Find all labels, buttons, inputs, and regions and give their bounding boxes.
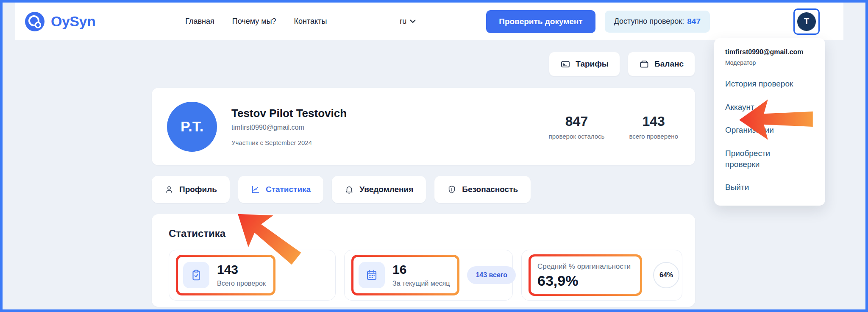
profile-name: Testov Pilot Testovich xyxy=(231,107,347,120)
profile-info: Testov Pilot Testovich timfirst0990@gmai… xyxy=(231,107,347,146)
available-checks-label: Доступно проверок: xyxy=(614,17,684,26)
main-nav: Главная Почему мы? Контакты xyxy=(185,17,327,26)
total-checked-label: всего проверено xyxy=(629,133,678,140)
menu-item-account[interactable]: Аккаунт xyxy=(725,102,814,113)
avatar: T xyxy=(797,12,816,31)
dropdown-email: timfirst0990@gmail.com xyxy=(725,48,814,56)
total-checks-card: 143 Всего проверок xyxy=(169,250,336,301)
checks-remaining-label: проверок осталось xyxy=(549,133,605,140)
tab-statistics-label: Статистика xyxy=(266,185,311,194)
nav-item-why-us[interactable]: Почему мы? xyxy=(232,17,276,26)
balance-label: Баланс xyxy=(654,59,684,69)
user-icon xyxy=(164,185,174,194)
tab-notifications[interactable]: Уведомления xyxy=(332,176,426,203)
profile-member-since: Участник с September 2024 xyxy=(231,139,347,146)
total-checks-value: 143 xyxy=(217,263,266,276)
tab-profile-label: Профиль xyxy=(179,185,217,194)
balance-button[interactable]: Баланс xyxy=(628,52,695,76)
user-avatar-button[interactable]: T xyxy=(793,8,820,35)
tariffs-button[interactable]: Тарифы xyxy=(549,52,620,76)
logo-text: OySyn xyxy=(51,13,95,30)
profile-stats: 847 проверок осталось 143 всего проверен… xyxy=(549,114,678,140)
highlight-box-current-month: 16 За текущий месяц xyxy=(351,255,459,295)
clipboard-check-icon xyxy=(183,262,209,288)
tariffs-label: Тарифы xyxy=(576,59,609,69)
language-selector[interactable]: ru xyxy=(400,17,416,26)
current-month-card: 16 За текущий месяц 143 всего xyxy=(344,250,513,301)
originality-card: Средний % оригинальности 63,9% 64% xyxy=(521,250,682,301)
language-value: ru xyxy=(400,17,406,26)
logo-icon xyxy=(25,11,45,32)
chart-line-icon xyxy=(251,185,260,194)
nav-item-home[interactable]: Главная xyxy=(185,17,214,26)
profile-email: timfirst0990@gmail.com xyxy=(231,124,347,131)
originality-label: Средний % оригинальности xyxy=(537,262,631,271)
originality-ring: 64% xyxy=(653,262,679,288)
check-document-button[interactable]: Проверить документ xyxy=(486,10,595,33)
calendar-icon xyxy=(359,262,385,288)
logo[interactable]: OySyn xyxy=(25,11,95,32)
available-checks-badge: Доступно проверок: 847 xyxy=(605,11,710,33)
menu-item-logout[interactable]: Выйти xyxy=(725,182,814,193)
menu-item-buy-checks[interactable]: Приобрести проверки xyxy=(725,148,793,170)
tab-profile[interactable]: Профиль xyxy=(152,176,230,203)
wallet-icon xyxy=(639,59,649,69)
shield-icon xyxy=(447,185,456,194)
current-month-value: 16 xyxy=(392,263,450,276)
current-month-label: За текущий месяц xyxy=(392,280,450,287)
quick-actions-row: Тарифы Баланс xyxy=(152,52,695,76)
checks-remaining-stat: 847 проверок осталось xyxy=(549,114,605,140)
menu-item-history[interactable]: История проверок xyxy=(725,78,814,89)
highlight-box-total-checks: 143 Всего проверок xyxy=(176,255,275,295)
checks-remaining-value: 847 xyxy=(565,114,588,129)
statistics-cards: 143 Всего проверок xyxy=(169,250,682,301)
tariffs-icon xyxy=(560,59,570,69)
account-dropdown: timfirst0990@gmail.com Модератор История… xyxy=(714,38,825,206)
bell-icon xyxy=(345,185,354,194)
top-navbar: OySyn Главная Почему мы? Контакты ru Про… xyxy=(15,3,843,40)
highlight-box-originality: Средний % оригинальности 63,9% xyxy=(529,254,642,296)
originality-value: 63,9% xyxy=(537,273,631,288)
tab-statistics[interactable]: Статистика xyxy=(238,176,323,203)
profile-avatar: P.T. xyxy=(167,102,217,152)
profile-tabs: Профиль Статистика Уведомления xyxy=(152,176,531,203)
app-window: OySyn Главная Почему мы? Контакты ru Про… xyxy=(0,0,868,312)
total-checks-label: Всего проверок xyxy=(217,280,266,287)
nav-item-contacts[interactable]: Контакты xyxy=(294,17,327,26)
total-badge: 143 всего xyxy=(467,266,516,284)
dropdown-role: Модератор xyxy=(725,59,814,66)
profile-card: P.T. Testov Pilot Testovich timfirst0990… xyxy=(152,88,695,165)
tab-security[interactable]: Безопасность xyxy=(434,176,531,203)
statistics-title: Статистика xyxy=(169,228,682,240)
total-checked-stat: 143 всего проверено xyxy=(629,114,678,140)
menu-item-organizations[interactable]: Организации xyxy=(725,125,814,136)
chevron-down-icon xyxy=(410,20,416,23)
available-checks-count: 847 xyxy=(687,17,701,26)
statistics-section: Статистика 143 Всег xyxy=(152,214,695,307)
tab-security-label: Безопасность xyxy=(462,185,518,194)
total-checked-value: 143 xyxy=(643,114,665,129)
tab-notifications-label: Уведомления xyxy=(359,185,413,194)
